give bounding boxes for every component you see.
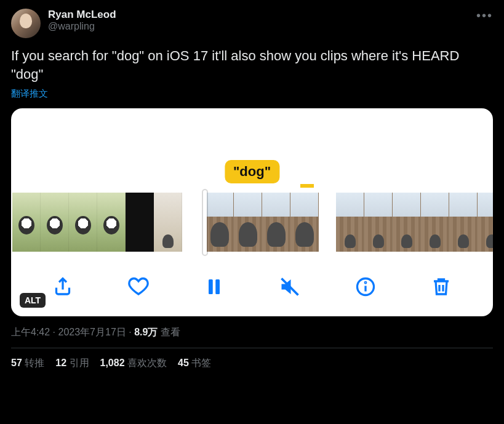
svg-rect-0 (209, 279, 213, 294)
media-card[interactable]: "dog" (11, 108, 493, 316)
stat-retweets[interactable]: 57 转推 (11, 357, 44, 370)
stat-likes[interactable]: 1,082 喜欢次数 (100, 357, 167, 370)
clip-segment[interactable] (12, 193, 182, 252)
svg-point-5 (365, 282, 366, 284)
heart-icon[interactable] (125, 273, 152, 300)
tweet-text: If you search for "dog" on iOS 17 it'll … (11, 47, 493, 83)
search-match-badge: "dog" (225, 160, 279, 183)
tweet-stats: 57 转推 12 引用 1,082 喜欢次数 45 书签 (11, 348, 493, 378)
clip-segment[interactable] (336, 193, 493, 252)
author-handle: @warpling (48, 21, 493, 32)
share-icon[interactable] (49, 273, 76, 300)
views-count: 8.9万 (134, 327, 158, 337)
alt-badge[interactable]: ALT (20, 293, 46, 308)
badge-tick (300, 184, 314, 188)
author-names[interactable]: Ryan McLeod @warpling (48, 9, 493, 32)
stat-quotes[interactable]: 12 引用 (55, 357, 89, 370)
tweet-time[interactable]: 上午4:42 (11, 327, 50, 337)
video-timeline[interactable] (11, 193, 493, 252)
media-controls (11, 273, 493, 300)
trash-icon[interactable] (428, 273, 455, 300)
views-label: 查看 (161, 327, 180, 337)
tweet-header: Ryan McLeod @warpling ••• (11, 9, 493, 38)
svg-rect-1 (215, 279, 220, 294)
translate-link[interactable]: 翻译推文 (11, 88, 493, 100)
avatar[interactable] (11, 9, 41, 38)
playhead[interactable] (203, 190, 207, 255)
stat-bookmarks[interactable]: 45 书签 (178, 357, 211, 370)
author-display-name: Ryan McLeod (48, 9, 493, 21)
clip-segment-active[interactable] (199, 193, 319, 252)
tweet-meta: 上午4:42 · 2023年7月17日 · 8.9万 查看 (11, 326, 493, 339)
more-options-button[interactable]: ••• (476, 9, 493, 23)
tweet-date[interactable]: 2023年7月17日 (58, 327, 126, 337)
pause-icon[interactable] (201, 273, 228, 300)
tweet-container: Ryan McLeod @warpling ••• If you search … (0, 0, 504, 378)
info-icon[interactable] (352, 273, 379, 300)
mute-icon[interactable] (276, 273, 303, 300)
